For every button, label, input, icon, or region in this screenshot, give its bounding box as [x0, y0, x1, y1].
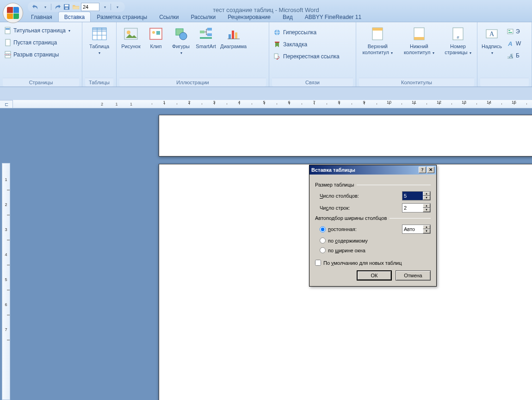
dropcap-button[interactable]: A Б	[505, 51, 522, 60]
vertical-ruler[interactable]: 1234567	[2, 163, 10, 400]
cover-page-label: Титульная страница	[13, 27, 66, 34]
fixed-down[interactable]: ▼	[423, 229, 430, 233]
columns-spinner[interactable]: ▲▼	[402, 191, 431, 200]
tab-view[interactable]: Вид	[277, 12, 299, 22]
chart-button[interactable]: Диаграмма	[219, 24, 247, 51]
fixed-width-spinner[interactable]: ▲▼	[402, 225, 431, 234]
columns-up[interactable]: ▲	[423, 192, 430, 196]
svg-rect-4	[6, 28, 10, 30]
group-tables: Таблица▾ Таблицы	[82, 22, 117, 87]
office-button[interactable]	[3, 3, 23, 23]
footer-button[interactable]: Нижний колонтитул ▾	[401, 24, 437, 58]
columns-down[interactable]: ▼	[423, 196, 430, 200]
shapes-label: Фигуры	[172, 44, 190, 49]
svg-rect-19	[207, 28, 212, 31]
group-illustrations: Рисунок Клип Фигуры▾ SmartArt Диаграмма …	[117, 22, 269, 87]
table-label: Таблица	[89, 44, 109, 49]
svg-rect-12	[150, 28, 162, 39]
blank-page-icon	[4, 39, 12, 46]
ribbon-tabs: Главная Вставка Разметка страницы Ссылки…	[25, 12, 367, 22]
hyperlink-button[interactable]: Гиперссылка	[272, 28, 341, 37]
page-fragment-top[interactable]	[159, 115, 532, 156]
table-icon	[92, 26, 107, 42]
ruler-corner[interactable]: ⊏	[0, 100, 13, 108]
quick-parts-button[interactable]: Э	[505, 27, 522, 36]
dialog-close-button[interactable]: ✕	[427, 167, 434, 173]
svg-text:#: #	[457, 35, 459, 40]
pagenum-button[interactable]: # Номер страницы ▾	[442, 24, 474, 58]
smartart-button[interactable]: SmartArt	[194, 24, 217, 51]
default-checkbox[interactable]	[315, 260, 321, 266]
tab-references[interactable]: Ссылки	[153, 12, 185, 22]
bookmark-button[interactable]: Закладка	[272, 40, 341, 49]
horizontal-ruler[interactable]: 2 1 1 12345678910111213141516	[13, 100, 532, 108]
picture-icon	[123, 26, 139, 42]
svg-text:A: A	[507, 40, 512, 47]
header-label: Верхний колонтитул	[362, 44, 389, 55]
table-button[interactable]: Таблица▾	[88, 24, 111, 58]
fixed-up[interactable]: ▲	[423, 225, 430, 229]
page-break-icon	[4, 51, 12, 58]
tab-review[interactable]: Рецензирование	[222, 12, 277, 22]
picture-button[interactable]: Рисунок	[119, 24, 142, 51]
group-tables-label: Таблицы	[85, 78, 113, 87]
clip-label: Клип	[150, 44, 162, 50]
fixed-width-input[interactable]	[402, 225, 423, 233]
wordart-icon: A	[507, 40, 514, 47]
rows-down[interactable]: ▼	[423, 208, 430, 212]
radio-fixed[interactable]	[320, 226, 326, 232]
default-checkbox-label: По умолчанию для новых таблиц	[323, 260, 402, 266]
tab-abbyy[interactable]: ABBYY FineReader 11	[299, 12, 368, 22]
svg-rect-26	[274, 54, 278, 58]
blank-page-button[interactable]: Пустая страница	[3, 38, 72, 47]
clip-button[interactable]: Клип	[144, 24, 167, 51]
tab-home[interactable]: Главная	[25, 12, 58, 22]
blank-page-label: Пустая страница	[13, 39, 57, 46]
header-icon	[370, 26, 385, 42]
ok-button[interactable]: ОК	[357, 270, 392, 281]
cancel-button[interactable]: Отмена	[396, 270, 431, 281]
office-logo-icon	[7, 7, 19, 19]
cover-page-icon	[4, 27, 12, 34]
document-workspace	[13, 108, 532, 400]
header-button[interactable]: Верхний колонтитул ▾	[359, 24, 396, 58]
svg-point-17	[179, 32, 187, 40]
tab-insert[interactable]: Вставка	[58, 12, 91, 22]
svg-rect-14	[156, 31, 160, 35]
group-links-label: Связи	[272, 78, 353, 87]
crossref-label: Перекрестная ссылка	[283, 53, 340, 60]
page-break-button[interactable]: Разрыв страницы	[3, 50, 72, 59]
radio-fixed-label: постоянная:	[328, 226, 400, 232]
radio-window[interactable]	[320, 247, 326, 253]
radio-content[interactable]	[320, 238, 326, 244]
textbox-button[interactable]: A Надпись▾	[480, 24, 503, 58]
svg-rect-25	[275, 42, 279, 43]
cover-page-button[interactable]: Титульная страница▾	[3, 26, 72, 35]
quick-parts-icon	[507, 28, 514, 35]
rows-input[interactable]	[402, 204, 423, 212]
clip-icon	[148, 26, 164, 42]
crossref-button[interactable]: Перекрестная ссылка	[272, 52, 341, 61]
rows-up[interactable]: ▲	[423, 204, 430, 208]
ribbon: Титульная страница▾ Пустая страница Разр…	[0, 22, 532, 87]
columns-input[interactable]	[402, 192, 423, 200]
smartart-label: SmartArt	[196, 44, 216, 50]
svg-rect-30	[414, 37, 424, 40]
dialog-help-button[interactable]: ?	[419, 167, 426, 173]
svg-rect-20	[207, 33, 212, 36]
wordart-button[interactable]: A W	[505, 39, 522, 48]
textbox-icon: A	[484, 26, 500, 42]
svg-rect-22	[232, 31, 234, 39]
hyperlink-label: Гиперссылка	[283, 29, 316, 36]
svg-rect-21	[229, 34, 231, 39]
svg-rect-7	[5, 56, 11, 58]
dialog-titlebar[interactable]: Вставка таблицы ? ✕	[309, 165, 436, 175]
shapes-button[interactable]: Фигуры▾	[169, 24, 192, 58]
rows-spinner[interactable]: ▲▼	[402, 203, 431, 212]
svg-rect-5	[6, 39, 10, 46]
group-illustrations-label: Иллюстрации	[119, 78, 266, 87]
group-links: Гиперссылка Закладка Перекрестная ссылка…	[269, 22, 356, 87]
tab-mailings[interactable]: Рассылки	[185, 12, 222, 22]
tab-page-layout[interactable]: Разметка страницы	[91, 12, 153, 22]
group-headers: Верхний колонтитул ▾ Нижний колонтитул ▾…	[356, 22, 477, 87]
